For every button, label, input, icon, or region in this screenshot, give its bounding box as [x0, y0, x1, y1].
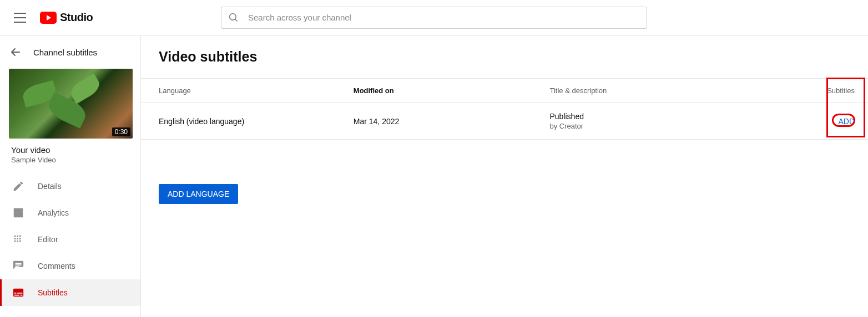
- menu-button[interactable]: [9, 7, 31, 29]
- back-label: Channel subtitles: [33, 48, 97, 57]
- status-text: Published: [549, 112, 728, 121]
- col-language[interactable]: Language: [141, 79, 345, 103]
- annotation-highlight-ring: [832, 114, 855, 127]
- editor-icon: [12, 233, 24, 246]
- your-video-label: Your video: [11, 145, 129, 155]
- hamburger-icon: [14, 13, 26, 23]
- nav-label: Editor: [38, 235, 58, 244]
- youtube-icon: [40, 12, 57, 24]
- logo-text: Studio: [60, 11, 93, 24]
- nav-label: Comments: [38, 262, 75, 270]
- cell-language: English (video language): [141, 103, 345, 140]
- pencil-icon: [12, 180, 24, 192]
- page-title: Video subtitles: [141, 49, 868, 78]
- sidebar-item-editor[interactable]: Editor: [0, 226, 140, 253]
- arrow-left-icon: [9, 45, 22, 59]
- sidebar-item-comments[interactable]: Comments: [0, 253, 140, 279]
- sidebar: Channel subtitles 0:30 Your video Sample…: [0, 35, 141, 317]
- comments-icon: [12, 260, 24, 272]
- nav-label: Details: [38, 182, 62, 191]
- nav-label: Analytics: [38, 208, 69, 217]
- col-title-desc[interactable]: Title & description: [541, 79, 737, 103]
- video-duration: 0:30: [112, 127, 130, 136]
- analytics-icon: [12, 207, 24, 219]
- video-thumbnail[interactable]: 0:30: [9, 69, 133, 139]
- col-modified[interactable]: Modified on: [345, 79, 541, 103]
- topbar: Studio: [0, 0, 868, 35]
- add-language-button[interactable]: ADD LANGUAGE: [159, 184, 238, 204]
- annotation-highlight-rect: [826, 78, 865, 137]
- subtitles-table: Language Modified on Title & description…: [141, 78, 868, 140]
- cell-status: Published by Creator: [541, 103, 737, 140]
- search-icon: [228, 12, 239, 23]
- logo[interactable]: Studio: [40, 11, 93, 24]
- search-input[interactable]: [248, 13, 640, 22]
- nav-label: Subtitles: [38, 288, 68, 297]
- status-by: by Creator: [549, 122, 728, 130]
- search-box[interactable]: [221, 7, 647, 29]
- back-button[interactable]: Channel subtitles: [0, 40, 140, 64]
- sidebar-item-subtitles[interactable]: Subtitles: [0, 279, 140, 306]
- svg-point-0: [230, 13, 236, 20]
- sidebar-item-analytics[interactable]: Analytics: [0, 200, 140, 226]
- cell-modified: Mar 14, 2022: [345, 103, 541, 140]
- subtitles-icon: [12, 287, 24, 299]
- video-title: Sample Video: [11, 156, 129, 164]
- sidebar-item-details[interactable]: Details: [0, 173, 140, 200]
- table-row[interactable]: English (video language) Mar 14, 2022 Pu…: [141, 103, 868, 140]
- main-content: Video subtitles Language Modified on Tit…: [141, 35, 868, 317]
